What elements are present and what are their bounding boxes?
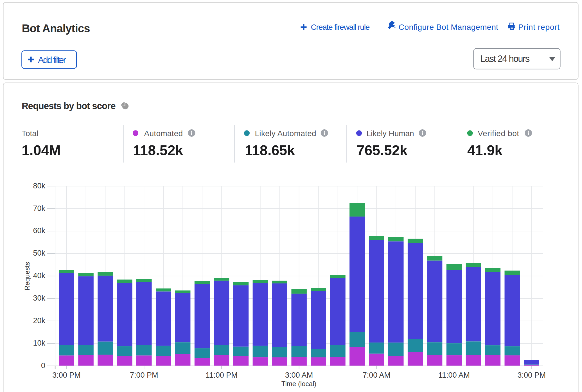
svg-text:Print report: Print report bbox=[518, 22, 560, 31]
svg-text:Automated: Automated bbox=[144, 129, 183, 138]
svg-text:10k: 10k bbox=[33, 339, 45, 347]
svg-text:0: 0 bbox=[41, 361, 45, 370]
svg-text:Requests by bot score: Requests by bot score bbox=[22, 101, 116, 111]
svg-text:Likely Automated: Likely Automated bbox=[255, 129, 316, 138]
svg-text:50k: 50k bbox=[33, 249, 45, 257]
svg-text:118.65k: 118.65k bbox=[245, 143, 295, 158]
svg-text:Requests: Requests bbox=[23, 262, 31, 290]
svg-text:41.9k: 41.9k bbox=[467, 143, 502, 158]
svg-text:Add filter: Add filter bbox=[38, 55, 66, 65]
svg-text:Likely Human: Likely Human bbox=[367, 129, 414, 138]
svg-text:3:00 PM: 3:00 PM bbox=[52, 371, 81, 379]
svg-text:3:00 AM: 3:00 AM bbox=[285, 371, 313, 379]
svg-text:Total: Total bbox=[22, 129, 38, 138]
svg-text:1.04M: 1.04M bbox=[22, 143, 61, 158]
svg-text:Last 24 hours: Last 24 hours bbox=[480, 53, 530, 64]
svg-text:Configure Bot Management: Configure Bot Management bbox=[399, 22, 498, 31]
svg-text:70k: 70k bbox=[33, 204, 45, 213]
svg-text:11:00 AM: 11:00 AM bbox=[438, 371, 470, 379]
svg-text:765.52k: 765.52k bbox=[357, 143, 408, 158]
svg-text:Create firewall rule: Create firewall rule bbox=[311, 22, 370, 31]
svg-text:118.52k: 118.52k bbox=[133, 143, 183, 158]
svg-text:11:00 PM: 11:00 PM bbox=[206, 371, 238, 379]
svg-text:Verified bot: Verified bot bbox=[478, 129, 519, 138]
svg-text:60k: 60k bbox=[33, 226, 45, 235]
svg-text:7:00 PM: 7:00 PM bbox=[130, 371, 158, 379]
svg-text:80k: 80k bbox=[33, 182, 45, 190]
svg-text:30k: 30k bbox=[33, 294, 45, 302]
svg-text:Time (local): Time (local) bbox=[281, 380, 316, 388]
svg-text:7:00 AM: 7:00 AM bbox=[363, 371, 391, 379]
svg-text:Bot Analytics: Bot Analytics bbox=[22, 22, 90, 35]
svg-text:3:00 PM: 3:00 PM bbox=[517, 371, 546, 379]
svg-text:40k: 40k bbox=[33, 271, 45, 280]
svg-text:20k: 20k bbox=[33, 316, 45, 325]
